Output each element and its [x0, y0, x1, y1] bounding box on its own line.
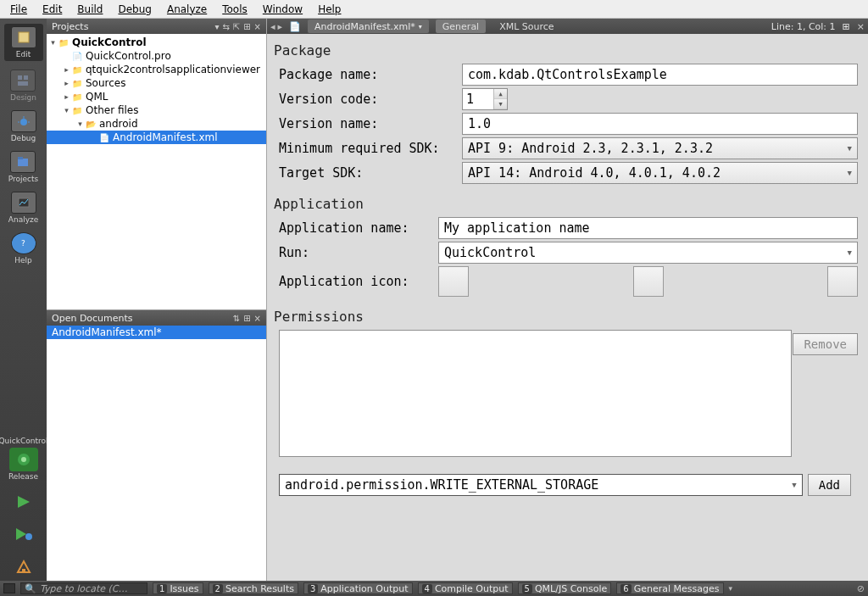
mode-projects-label: Projects: [8, 175, 38, 183]
mode-analyze[interactable]: Analyze: [8, 192, 38, 224]
mode-debug-label: Debug: [11, 134, 36, 142]
opendocs-close-icon[interactable]: ×: [254, 314, 261, 323]
output-issues[interactable]: 1Issues: [153, 582, 203, 594]
permissions-list[interactable]: [279, 330, 792, 457]
svg-rect-3: [18, 81, 28, 86]
run-debug-button[interactable]: [12, 525, 36, 543]
open-documents-list[interactable]: AndroidManifest.xml*: [47, 326, 266, 581]
tree-pro-file[interactable]: 📄QuickControl.pro: [47, 49, 266, 63]
menu-build[interactable]: Build: [70, 2, 109, 17]
line-col-indicator[interactable]: Line: 1, Col: 1: [771, 21, 836, 32]
design-icon: [10, 70, 36, 92]
subtab-xml-source[interactable]: XML Source: [492, 21, 560, 32]
nav-forward-icon[interactable]: ▸: [278, 21, 283, 32]
output-app[interactable]: 3Application Output: [303, 582, 413, 594]
mode-debug[interactable]: Debug: [11, 110, 36, 142]
version-code-spinbox[interactable]: ▲▼: [462, 88, 508, 110]
qml-icon: 📁: [71, 91, 83, 103]
mode-projects[interactable]: Projects: [8, 151, 38, 183]
link-icon[interactable]: ⇱: [233, 22, 240, 31]
editor-close-icon[interactable]: ×: [857, 21, 865, 32]
tree-qml-folder[interactable]: ▸📁QML: [47, 90, 266, 103]
output-dropdown-icon[interactable]: ▾: [729, 584, 733, 593]
tree-android-folder[interactable]: ▾📂android: [47, 117, 266, 131]
tree-project-root[interactable]: ▾📁QuickControl: [47, 36, 266, 49]
package-section-title: Package: [274, 42, 858, 58]
mode-edit[interactable]: Edit: [4, 24, 43, 61]
filter-icon[interactable]: ▾: [214, 22, 219, 31]
min-sdk-label: Minimum required SDK:: [272, 141, 462, 156]
tree-manifest-file[interactable]: 📄AndroidManifest.xml: [47, 131, 266, 144]
mode-strip: Edit Design Debug Projects Analyze ? Hel…: [0, 19, 47, 581]
folder-open-icon: 📂: [85, 118, 97, 130]
opendocs-menu-icon[interactable]: ⇅: [233, 314, 240, 323]
app-icon-mdpi[interactable]: [633, 266, 664, 297]
tree-viewer-folder[interactable]: ▸📁qtquick2controlsapplicationviewer: [47, 63, 266, 76]
folder-icon: 📁: [71, 64, 83, 75]
output-compile[interactable]: 4Compile Output: [418, 582, 513, 594]
file-tab-label: AndroidManifest.xml*: [314, 21, 415, 32]
editor-split-icon[interactable]: ⊞: [843, 21, 850, 32]
run-label: Run:: [272, 245, 438, 260]
menu-window[interactable]: Window: [256, 2, 309, 17]
tree-other-files[interactable]: ▾📁Other files: [47, 103, 266, 117]
spin-down-icon[interactable]: ▼: [494, 99, 507, 109]
permission-combo[interactable]: android.permission.WRITE_EXTERNAL_STORAG…: [279, 474, 803, 496]
file-tab[interactable]: AndroidManifest.xml* ▾: [308, 19, 429, 33]
projects-panel-title: Projects: [52, 21, 88, 32]
application-section-title: Application: [274, 196, 858, 212]
sync-icon[interactable]: ⇆: [222, 22, 229, 31]
output-general[interactable]: 6General Messages: [616, 582, 723, 594]
menu-help[interactable]: Help: [311, 2, 348, 17]
output-search[interactable]: 2Search Results: [209, 582, 298, 594]
app-name-input[interactable]: [438, 217, 858, 239]
close-panel-icon[interactable]: ×: [254, 22, 261, 31]
split-icon[interactable]: ⊞: [243, 22, 250, 31]
kit-selector[interactable]: QuickControl Release: [0, 437, 48, 482]
locator-input[interactable]: 🔍 Type to locate (C…: [20, 582, 147, 594]
output-toggle-icon[interactable]: [3, 583, 15, 593]
menu-edit[interactable]: Edit: [36, 2, 69, 17]
menu-tools[interactable]: Tools: [215, 2, 254, 17]
target-sdk-combo[interactable]: API 14: Android 4.0, 4.0.1, 4.0.2▼: [462, 162, 858, 184]
mode-design[interactable]: Design: [10, 70, 36, 102]
version-name-input[interactable]: [462, 113, 858, 135]
run-combo[interactable]: QuickControl▼: [438, 242, 858, 264]
menu-analyze[interactable]: Analyze: [160, 2, 214, 17]
file-tab-dropdown-icon[interactable]: ▾: [419, 23, 422, 31]
search-icon: 🔍: [25, 583, 36, 594]
menu-bar: File Edit Build Debug Analyze Tools Wind…: [0, 0, 868, 19]
close-output-icon[interactable]: ⊘: [857, 583, 865, 594]
release-icon: [9, 448, 38, 471]
svg-rect-17: [22, 569, 25, 572]
nav-back-icon[interactable]: ◂: [270, 21, 275, 32]
pro-file-icon: 📄: [71, 50, 83, 62]
version-code-input[interactable]: [463, 89, 493, 109]
remove-permission-button[interactable]: Remove: [793, 333, 858, 355]
subtab-general[interactable]: General: [436, 19, 486, 33]
app-name-label: Application name:: [272, 220, 438, 236]
opendocs-split-icon[interactable]: ⊞: [243, 314, 250, 323]
menu-debug[interactable]: Debug: [111, 2, 158, 17]
package-name-input[interactable]: [462, 64, 858, 86]
run-button[interactable]: [12, 493, 36, 511]
xml-file-icon: 📄: [98, 131, 110, 143]
build-button[interactable]: [12, 557, 36, 576]
mode-help[interactable]: ? Help: [11, 232, 36, 265]
svg-marker-13: [18, 496, 30, 508]
add-permission-button[interactable]: Add: [808, 474, 851, 496]
tree-sources-folder[interactable]: ▸📁Sources: [47, 76, 266, 90]
min-sdk-combo[interactable]: API 9: Android 2.3, 2.3.1, 2.3.2▼: [462, 137, 858, 159]
app-icon-hdpi[interactable]: [827, 266, 858, 297]
open-doc-item[interactable]: AndroidManifest.xml*: [47, 326, 266, 339]
menu-file[interactable]: File: [3, 2, 34, 17]
mode-design-label: Design: [10, 93, 36, 102]
svg-rect-9: [18, 157, 23, 159]
project-tree[interactable]: ▾📁QuickControl 📄QuickControl.pro ▸📁qtqui…: [47, 34, 266, 309]
manifest-form: Package Package name: Version code: ▲▼ V…: [267, 34, 868, 581]
output-qmljs[interactable]: 5QML/JS Console: [518, 582, 612, 594]
app-icon-ldpi[interactable]: [438, 266, 469, 297]
chevron-down-icon: ▼: [792, 481, 796, 489]
spin-up-icon[interactable]: ▲: [494, 89, 507, 99]
edit-icon: [11, 26, 36, 48]
